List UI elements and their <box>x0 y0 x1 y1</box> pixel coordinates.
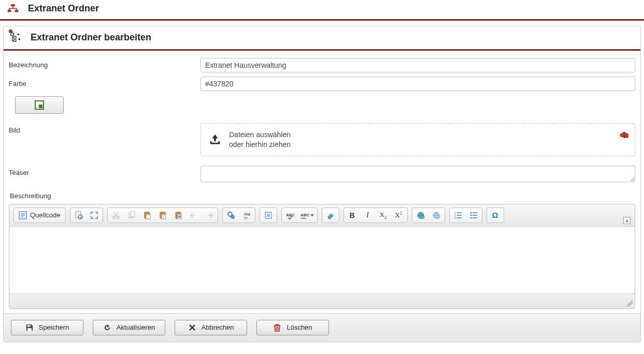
svg-rect-16 <box>146 212 149 213</box>
source-button[interactable]: Quellcode <box>15 209 65 222</box>
editor-resize-grip-icon[interactable] <box>625 299 633 306</box>
input-bezeichnung[interactable] <box>201 58 635 72</box>
svg-point-6 <box>18 34 20 36</box>
svg-text:ABC: ABC <box>300 213 309 217</box>
numberedlist-icon: 123 <box>454 211 462 219</box>
svg-rect-1 <box>8 10 11 12</box>
replace-button[interactable]: abac <box>239 209 254 222</box>
cancel-icon <box>188 323 196 332</box>
input-farbe[interactable] <box>201 77 635 91</box>
undo-button[interactable] <box>186 209 202 222</box>
bulletlist-icon <box>469 211 478 219</box>
selectall-button[interactable] <box>261 209 276 222</box>
svg-point-12 <box>117 216 119 218</box>
svg-text:ac: ac <box>244 216 248 219</box>
row-farbe: Farbe <box>9 77 635 91</box>
spellcheck-as-type-icon: ABC <box>300 211 309 219</box>
label-bezeichnung: Bezeichnung <box>9 58 201 69</box>
unsaved-changes-indicator-icon <box>9 30 12 33</box>
label-bild: Bild <box>9 123 201 134</box>
omega-icon: Ω <box>492 211 498 219</box>
svg-text:ab: ab <box>244 212 248 216</box>
svg-text:ABC: ABC <box>286 213 295 217</box>
copy-button[interactable] <box>124 209 139 222</box>
eraser-icon <box>326 211 335 219</box>
folder-tree-icon <box>7 4 19 13</box>
cloud-upload-icon[interactable] <box>619 130 630 140</box>
delete-label: Löschen <box>287 323 312 331</box>
label-farbe: Farbe <box>9 77 201 87</box>
save-icon <box>25 323 34 332</box>
editor-content-area[interactable] <box>9 227 635 294</box>
richtext-editor: Quellcode <box>9 204 635 309</box>
upload-line2: oder hierhin ziehen <box>229 140 291 150</box>
edit-panel: Extranet Ordner bearbeiten Bezeichnung F… <box>3 26 641 342</box>
save-label: Speichern <box>39 323 69 331</box>
bold-button[interactable]: B <box>345 209 360 222</box>
paste-text-icon: T <box>159 211 167 219</box>
bold-icon: B <box>349 211 354 219</box>
find-button[interactable] <box>223 209 239 222</box>
bulletlist-button[interactable] <box>466 209 481 222</box>
spellcheck-icon: ABC <box>285 211 295 219</box>
cut-icon <box>112 211 120 219</box>
selectall-icon <box>264 211 273 219</box>
subtree-icon <box>10 32 21 43</box>
spellcheck-button[interactable]: ABC <box>282 209 298 222</box>
editor-statusbar <box>9 294 635 308</box>
refresh-button[interactable]: Aktualisieren <box>93 320 165 335</box>
svg-point-40 <box>470 214 471 216</box>
cancel-button[interactable]: Abbrechen <box>175 320 247 335</box>
svg-point-39 <box>470 212 471 213</box>
paste-word-icon: W <box>174 211 182 219</box>
paste-word-button[interactable]: W <box>170 209 186 222</box>
save-button[interactable]: Speichern <box>11 320 83 335</box>
italic-button[interactable]: I <box>360 209 376 222</box>
paste-button[interactable] <box>139 209 155 222</box>
trash-icon <box>273 323 281 332</box>
superscript-button[interactable]: X2 <box>391 209 407 222</box>
color-picker-button[interactable] <box>15 96 64 114</box>
toolbar-collapse-toggle[interactable]: ▴ <box>623 217 631 224</box>
spellcheck-as-type-button[interactable]: ABC <box>298 209 317 222</box>
cut-button[interactable] <box>108 209 124 222</box>
form-body: Bezeichnung Farbe Bild <box>4 51 640 313</box>
maximize-button[interactable] <box>87 209 102 222</box>
paste-text-button[interactable]: T <box>155 209 170 222</box>
copy-icon <box>127 211 136 219</box>
removeformat-button[interactable] <box>323 209 338 222</box>
upload-text: Dateien auswählen oder hierhin ziehen <box>229 130 291 150</box>
preview-button[interactable] <box>71 209 87 222</box>
source-label: Quellcode <box>30 211 61 219</box>
specialchar-button[interactable]: Ω <box>488 209 503 222</box>
svg-point-41 <box>470 217 471 218</box>
file-drop-zone[interactable]: Dateien auswählen oder hierhin ziehen <box>201 123 635 156</box>
label-beschreibung: Beschreibung <box>9 188 635 204</box>
paste-icon <box>143 211 151 219</box>
svg-point-11 <box>112 216 115 218</box>
svg-rect-4 <box>13 36 16 38</box>
svg-rect-14 <box>131 212 135 217</box>
svg-rect-0 <box>11 4 15 7</box>
svg-point-7 <box>19 38 21 40</box>
editor-toolbar: Quellcode <box>9 204 635 227</box>
row-color-picker <box>9 94 635 114</box>
unlink-button[interactable] <box>428 209 444 222</box>
redo-button[interactable] <box>202 209 217 222</box>
subscript-icon: X2 <box>380 211 387 220</box>
delete-button[interactable]: Löschen <box>256 320 329 335</box>
numberedlist-button[interactable]: 123 <box>450 209 466 222</box>
superscript-icon: X2 <box>395 211 403 219</box>
subscript-button[interactable]: X2 <box>376 209 391 222</box>
panel-title: Extranet Ordner bearbeiten <box>31 32 151 43</box>
unlink-icon <box>432 211 440 219</box>
replace-icon: abac <box>242 211 251 219</box>
page-title: Extranet Ordner <box>28 3 99 14</box>
color-swatch-icon <box>35 100 44 110</box>
refresh-icon <box>103 323 111 332</box>
input-teaser[interactable] <box>201 166 635 182</box>
svg-text:W: W <box>177 215 181 218</box>
svg-rect-17 <box>146 214 150 219</box>
italic-icon: I <box>366 211 369 219</box>
link-button[interactable] <box>413 209 428 222</box>
